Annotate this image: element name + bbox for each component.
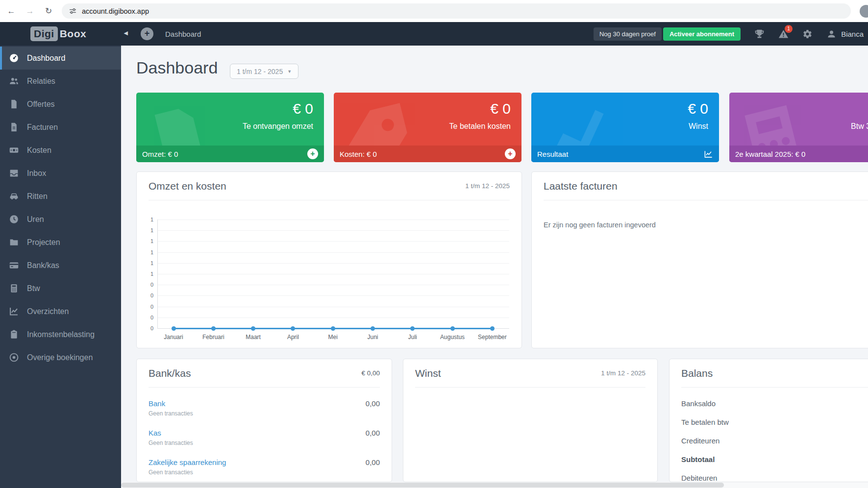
sidebar-item-btw[interactable]: Btw bbox=[0, 277, 121, 300]
chart-y-axis bbox=[157, 220, 158, 328]
balans-row: Subtotaal bbox=[681, 455, 715, 464]
chart-gridline bbox=[157, 220, 509, 220]
sidebar-item-relaties[interactable]: Relaties bbox=[0, 70, 121, 93]
chart-gridline bbox=[157, 317, 509, 318]
sidebar-item-projecten[interactable]: Projecten bbox=[0, 231, 121, 254]
browser-profile-avatar[interactable] bbox=[860, 5, 868, 18]
chart-data-point[interactable] bbox=[410, 326, 415, 331]
chart-data-point[interactable] bbox=[211, 326, 216, 331]
url-text: account.digiboox.app bbox=[82, 7, 149, 15]
sidebar-item-label: Uren bbox=[27, 215, 44, 224]
card-value: € 0 bbox=[293, 100, 313, 117]
bank-row-link[interactable]: Bank bbox=[149, 399, 165, 408]
chart-y-tick-label: 1 bbox=[141, 227, 153, 233]
browser-back-button[interactable]: ← bbox=[4, 4, 19, 19]
chart-y-tick-label: 1 bbox=[141, 217, 153, 222]
period-dropdown[interactable]: 1 t/m 12 - 2025 ▼ bbox=[230, 64, 298, 79]
bank-row-link[interactable]: Kas bbox=[149, 429, 161, 437]
stat-card-winst: € 0 Winst Resultaat bbox=[531, 93, 719, 162]
chart-y-tick-label: 1 bbox=[141, 260, 153, 266]
card-footer-label: 2e kwartaal 2025: € 0 bbox=[735, 150, 805, 158]
activate-subscription-button[interactable]: Activeer abonnement bbox=[663, 27, 741, 41]
add-kosten-button[interactable]: + bbox=[505, 148, 516, 159]
card-footer-label: Resultaat bbox=[537, 150, 568, 158]
sidebar-item-overzichten[interactable]: Overzichten bbox=[0, 300, 121, 323]
trial-badge: Nog 30 dagen proef bbox=[594, 27, 662, 41]
app-logo[interactable]: Digi Boox ◀ bbox=[0, 22, 121, 46]
sidebar-item-label: Kosten bbox=[27, 146, 51, 155]
chart-data-point[interactable] bbox=[291, 326, 295, 331]
sidebar-item-kosten[interactable]: Kosten bbox=[0, 139, 121, 162]
sidebar-item-inkomstenbelasting[interactable]: Inkomstenbelasting bbox=[0, 323, 121, 346]
chart-y-tick-label: 0 bbox=[141, 325, 153, 331]
chart-month-label: Juni bbox=[352, 334, 394, 341]
browser-forward-button[interactable]: → bbox=[23, 4, 37, 19]
sidebar-item-label: Inkomstenbelasting bbox=[27, 330, 95, 339]
panel-winst: Winst 1 t/m 12 - 2025 bbox=[403, 359, 658, 482]
panel-omzet-kosten: Omzet en kosten 1 t/m 12 - 2025 11111100… bbox=[136, 171, 522, 348]
sidebar-item-dashboard[interactable]: Dashboard bbox=[0, 47, 121, 70]
balans-row: Debiteuren bbox=[681, 474, 717, 482]
chart-data-point[interactable] bbox=[490, 326, 495, 331]
add-omzet-button[interactable]: + bbox=[307, 148, 318, 159]
chart-data-point[interactable] bbox=[172, 326, 176, 331]
sidebar-item-offertes[interactable]: Offertes bbox=[0, 93, 121, 116]
chart-data-point[interactable] bbox=[251, 326, 255, 331]
tachometer-icon bbox=[9, 53, 19, 63]
sidebar-item-label: Btw bbox=[27, 284, 40, 293]
chart-month-label: September bbox=[471, 334, 513, 341]
panel-laatste-facturen: Laatste facturen Er zijn nog geen factur… bbox=[531, 171, 868, 348]
sidebar: DashboardRelatiesOffertesFacturenKostenI… bbox=[0, 46, 121, 488]
logo-digi-badge: Digi bbox=[30, 26, 58, 41]
notification-badge: 1 bbox=[785, 25, 793, 33]
sidebar-item-inbox[interactable]: Inbox bbox=[0, 162, 121, 185]
user-name[interactable]: Bianca bbox=[841, 30, 864, 38]
bank-row-note: Geen transacties bbox=[149, 410, 193, 417]
card-label: Btw 3e kwartaal bbox=[851, 122, 868, 131]
stat-card-kosten: € 0 Te betalen kosten Kosten: € 0 + bbox=[334, 93, 521, 162]
user-icon[interactable] bbox=[826, 29, 837, 39]
settings-gear-icon[interactable] bbox=[802, 29, 813, 39]
sidebar-item-overige-boekingen[interactable]: Overige boekingen bbox=[0, 346, 121, 369]
card-label: Winst bbox=[689, 122, 708, 131]
chart-data-point[interactable] bbox=[331, 326, 335, 331]
bank-row-value: 0,00 bbox=[366, 458, 380, 466]
chart-month-label: Mei bbox=[312, 334, 353, 341]
horizontal-scrollbar-thumb[interactable] bbox=[121, 483, 724, 488]
sidebar-item-bank-kas[interactable]: Bank/kas bbox=[0, 254, 121, 277]
sidebar-item-label: Bank/kas bbox=[27, 261, 59, 270]
site-info-icon[interactable] bbox=[69, 7, 77, 15]
panel-title: Winst bbox=[415, 367, 441, 379]
chart-month-label: Maart bbox=[233, 334, 274, 341]
sidebar-collapse-button[interactable]: ◀ bbox=[124, 30, 128, 36]
chart-month-label: Januari bbox=[153, 334, 194, 341]
card-footer: Kosten: € 0 + bbox=[334, 146, 521, 162]
logo-boox-text: Boox bbox=[60, 28, 87, 40]
chevron-down-icon: ▼ bbox=[287, 69, 292, 74]
chart-data-point[interactable] bbox=[450, 326, 455, 331]
calculator-icon bbox=[9, 283, 19, 293]
sidebar-item-facturen[interactable]: Facturen bbox=[0, 116, 121, 139]
folder-icon bbox=[9, 237, 19, 247]
car-icon bbox=[9, 191, 19, 201]
stat-card-omzet: € 0 Te ontvangen omzet Omzet: € 0 + bbox=[136, 93, 324, 162]
navbar-page-label: Dashboard bbox=[165, 30, 201, 38]
horizontal-scrollbar bbox=[121, 482, 868, 488]
quick-add-button[interactable]: + bbox=[141, 27, 153, 40]
browser-reload-button[interactable]: ↻ bbox=[41, 4, 56, 19]
sidebar-item-uren[interactable]: Uren bbox=[0, 208, 121, 231]
panel-title: Balans bbox=[681, 367, 713, 379]
alerts-icon[interactable]: 1 bbox=[778, 29, 789, 39]
browser-toolbar: ← → ↻ account.digiboox.app bbox=[0, 0, 868, 22]
sidebar-item-label: Dashboard bbox=[27, 54, 65, 63]
chart-month-label: April bbox=[273, 334, 314, 341]
balans-row: Te betalen btw bbox=[681, 418, 729, 426]
sidebar-item-label: Offertes bbox=[27, 100, 55, 109]
url-bar[interactable]: account.digiboox.app bbox=[62, 3, 851, 19]
panel-balans: Balans 1 t/m 12 - 2025 BanksaldoTe betal… bbox=[669, 359, 868, 482]
file-invoice-icon bbox=[9, 122, 19, 132]
bank-row-link[interactable]: Zakelijke spaarrekening bbox=[149, 458, 226, 466]
chart-data-point[interactable] bbox=[371, 326, 375, 331]
sidebar-item-ritten[interactable]: Ritten bbox=[0, 185, 121, 208]
trophy-icon[interactable] bbox=[754, 29, 765, 39]
